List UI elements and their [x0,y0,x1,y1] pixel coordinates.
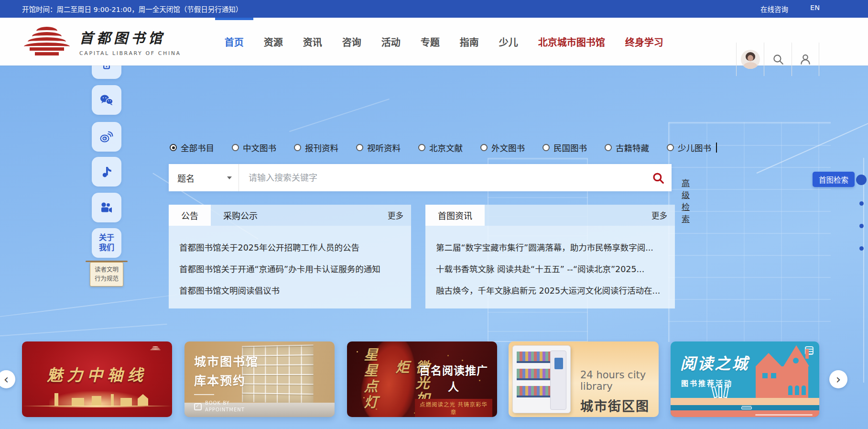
radio-label: 全部书目 [181,142,214,154]
carousel-next-button[interactable]: › [829,370,847,388]
about-us-button[interactable]: 关于 我们 [92,228,121,258]
nav-item-guide[interactable]: 指南 [450,18,489,66]
nav-item-news[interactable]: 资讯 [293,18,332,66]
chevron-down-icon [227,176,232,179]
douyin-button[interactable] [92,157,121,187]
section-dot-active[interactable] [856,175,867,185]
section-dot[interactable] [859,246,864,251]
radio-label: 少儿图书 [678,142,711,154]
radio-label: 北京文献 [429,142,463,154]
news-more-link[interactable]: 更多 [651,205,667,226]
douyin-icon [99,165,114,179]
skyline-building [92,396,101,406]
search-field-select[interactable]: 题名 [169,164,239,191]
news-list: 第二届“数字宝藏市集行”圆满落幕，助力市民畅享数字阅... 十载书香筑文脉 阅读… [425,226,675,308]
background-line-art [289,99,390,132]
library-logo-icon [144,346,166,354]
kuaishou-icon [99,200,114,215]
nav-item-children[interactable]: 少儿 [489,18,528,66]
account-button[interactable] [792,43,819,76]
tab-procurement[interactable]: 采购公示 [211,205,270,226]
radio-icon [605,144,612,151]
skyline-building [111,394,114,406]
nav-item-activities[interactable]: 活动 [371,18,411,66]
weibo-button[interactable] [92,122,121,152]
advanced-search-link[interactable]: 高级检索 [682,176,690,224]
nav-item-topics[interactable]: 专题 [411,18,450,66]
tab-announcements[interactable]: 公告 [169,205,211,226]
nav-item-lifelong-learning[interactable]: 终身学习 [615,18,673,66]
carousel-prev-button[interactable]: ‹ [0,370,15,388]
banner-carousel: 魅力中轴线 城市图书馆 库本预约 BOOK BY APPOINTMENT 星星点… [0,341,868,417]
banner-slogan: 点燃阅读之光 共铸京彩华章 [415,399,492,417]
radio-label: 古籍特藏 [616,142,649,154]
list-item[interactable]: 十载书香筑文脉 阅读共赴“十五五” --“阅读北京”2025... [436,263,664,275]
tab-library-news[interactable]: 首图资讯 [425,205,485,226]
shoutu-search-button[interactable]: 首图检索 [813,172,855,187]
reader-conduct-note[interactable]: 读者文明 行为规范 [90,262,123,286]
radio-audiovisual[interactable]: 视听资料 [356,142,401,154]
search-icon [652,172,664,184]
announcements-more-link[interactable]: 更多 [388,205,403,226]
search-input[interactable] [239,164,645,191]
banner-title: 魅力中轴线 [22,363,172,385]
house-window [762,373,768,378]
section-dot[interactable] [859,201,864,206]
book-stack-art [741,407,752,409]
radio-foreign-books[interactable]: 外文图书 [480,142,525,154]
house-window [771,373,776,378]
banner-24h-library[interactable]: 24 hours city library 城市街区图书馆 [509,341,659,417]
list-item[interactable]: 首都图书馆关于2025年公开招聘工作人员的公告 [179,241,401,253]
radio-periodicals[interactable]: 报刊资料 [294,142,338,154]
nav-item-beijing-city-library[interactable]: 北京城市图书馆 [528,18,615,66]
radio-republican-books[interactable]: 民国图书 [542,142,587,154]
radio-all-catalog[interactable]: 全部书目 [170,142,214,154]
house-window [788,385,792,395]
radio-chinese-books[interactable]: 中文图书 [232,142,276,154]
nav-item-resources[interactable]: 资源 [254,18,293,66]
news-panel: 首图资讯 更多 第二届“数字宝藏市集行”圆满落幕，助力市民畅享数字阅... 十载… [425,205,675,308]
banner-reading-promoters[interactable]: 星星点灯 微光如炬 百名阅读推广人 点燃阅读之光 共铸京彩华章 主办：首都图书馆… [347,341,497,417]
chevron-right-icon: › [836,372,841,386]
list-item[interactable]: 首都图书馆关于开通“京通码”办卡用卡认证服务的通知 [179,263,401,275]
header-search-button[interactable] [764,43,792,76]
radio-label: 报刊资料 [305,142,338,154]
banner-title: 百名阅读推广人 [415,362,492,394]
list-item[interactable]: 第二届“数字宝藏市集行”圆满落幕，助力市民畅享数字阅... [436,241,664,253]
section-dot-nav [856,175,867,251]
announcements-tabbar: 公告 采购公示 更多 [169,205,411,226]
language-toggle[interactable]: EN [810,4,820,14]
online-consult-link[interactable]: 在线咨询 [760,4,788,14]
stripe [671,410,819,417]
banner-book-reservation[interactable]: 城市图书馆 库本预约 BOOK BY APPOINTMENT [184,341,335,417]
background-line-art [0,294,181,319]
books-art [713,385,732,398]
skyline-building [54,393,58,406]
radio-label: 视听资料 [367,142,401,154]
list-item[interactable]: 首都图书馆文明阅读倡议书 [179,284,401,296]
kuaishou-button[interactable] [92,193,121,222]
main-nav: 首页 资源 资讯 咨询 活动 专题 指南 少儿 北京城市图书馆 终身学习 [215,18,673,66]
user-avatar[interactable] [736,43,764,76]
header-tools [736,43,819,76]
nav-item-home[interactable]: 首页 [215,18,254,66]
skyline-baseline [22,406,172,407]
logo-subtitle: CAPITAL LIBRARY OF CHINA [79,50,181,56]
nav-item-consult[interactable]: 咨询 [332,18,371,66]
list-item[interactable]: 融古焕今，千年文脉启新元 2025大运河文化阅读行活动在... [436,284,664,296]
background-line-art [757,114,868,174]
search-submit-button[interactable] [645,164,672,191]
news-tabbar: 首图资讯 更多 [425,205,675,226]
radio-ancient-books[interactable]: 古籍特藏 [605,142,649,154]
banner-reading-city[interactable]: 阅读之城 图书推荐活动 [671,341,819,417]
wechat-button[interactable] [92,85,121,115]
catalog-search-bar: 题名 [169,164,672,191]
radio-children-books[interactable]: 少儿图书 [667,142,717,154]
organizer-text-art [755,414,813,416]
site-logo[interactable]: 首都图书馆 CAPITAL LIBRARY OF CHINA [22,27,181,57]
stripe [671,398,819,405]
radio-beijing-documents[interactable]: 北京文献 [418,142,463,154]
wechat-icon [99,93,114,107]
section-dot[interactable] [859,224,864,228]
banner-central-axis[interactable]: 魅力中轴线 [22,341,172,417]
